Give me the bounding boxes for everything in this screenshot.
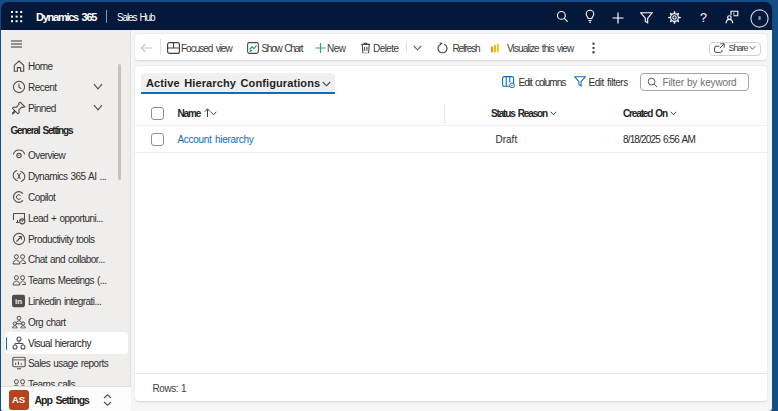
svg-text:in: in <box>15 297 22 306</box>
